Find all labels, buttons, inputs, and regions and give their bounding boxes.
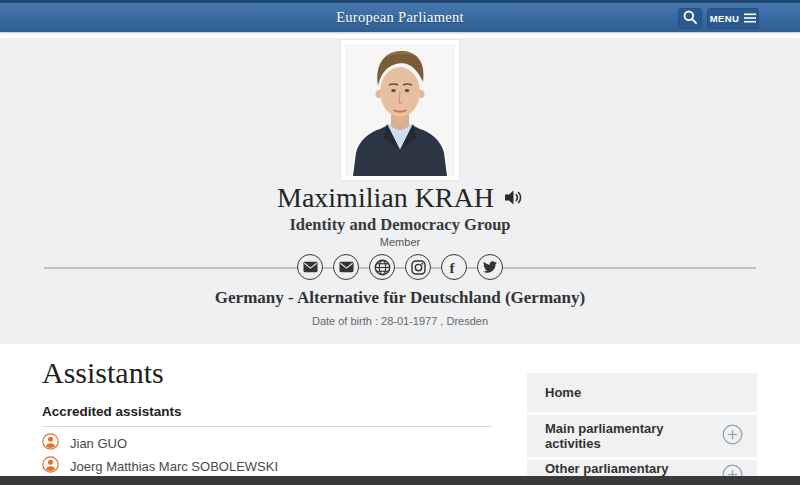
divider-line xyxy=(42,426,492,427)
menu-button-label: MENU xyxy=(710,13,740,24)
expand-plus-icon[interactable] xyxy=(722,424,743,448)
constituency-line: Germany - Alternative für Deutschland (G… xyxy=(0,288,800,308)
list-item: Jian GUO xyxy=(42,432,502,455)
assistants-section-title: Assistants xyxy=(42,356,164,390)
assistant-name: Jian GUO xyxy=(70,436,127,451)
profile-hero-section: Maximilian KRAH Identity and Democracy G… xyxy=(0,38,800,344)
sidebar-item-label: Main parliamentary activities xyxy=(545,421,722,451)
list-item: Joerg Matthias Marc SOBOLEWSKI xyxy=(42,455,502,478)
assistant-name: Joerg Matthias Marc SOBOLEWSKI xyxy=(70,459,278,474)
person-icon xyxy=(42,433,59,454)
facebook-icon[interactable]: f xyxy=(441,254,467,280)
top-header-bar: European Parliament MENU xyxy=(0,0,800,32)
email-icon[interactable] xyxy=(297,254,323,280)
website-icon[interactable] xyxy=(369,254,395,280)
sidebar-item-main-parliamentary-activities[interactable]: Main parliamentary activities xyxy=(527,415,757,457)
twitter-icon[interactable] xyxy=(477,254,503,280)
person-icon xyxy=(42,456,59,477)
sidebar-item-label: Home xyxy=(545,385,581,400)
social-links-row: f xyxy=(0,254,800,282)
sidebar-item-home[interactable]: Home xyxy=(527,373,757,412)
search-icon xyxy=(682,9,698,29)
svg-text:f: f xyxy=(450,260,456,276)
main-content: Assistants Accredited assistants Jian GU… xyxy=(0,344,800,485)
section-nav-sidebar: Home Main parliamentary activities Other… xyxy=(527,373,757,485)
search-button[interactable] xyxy=(678,8,702,29)
mep-name: Maximilian KRAH xyxy=(277,182,494,214)
member-role: Member xyxy=(0,236,800,248)
instagram-icon[interactable] xyxy=(405,254,431,280)
bottom-overlay-bar xyxy=(0,476,800,485)
hamburger-icon xyxy=(744,13,756,25)
accredited-assistants-heading: Accredited assistants xyxy=(42,404,182,419)
political-group: Identity and Democracy Group xyxy=(0,215,800,235)
mep-portrait-photo xyxy=(341,40,459,180)
speaker-icon[interactable] xyxy=(504,189,523,210)
date-of-birth: Date of birth : 28-01-1977 , Dresden xyxy=(0,315,800,327)
email-alt-icon[interactable] xyxy=(333,254,359,280)
menu-button[interactable]: MENU xyxy=(707,8,759,29)
